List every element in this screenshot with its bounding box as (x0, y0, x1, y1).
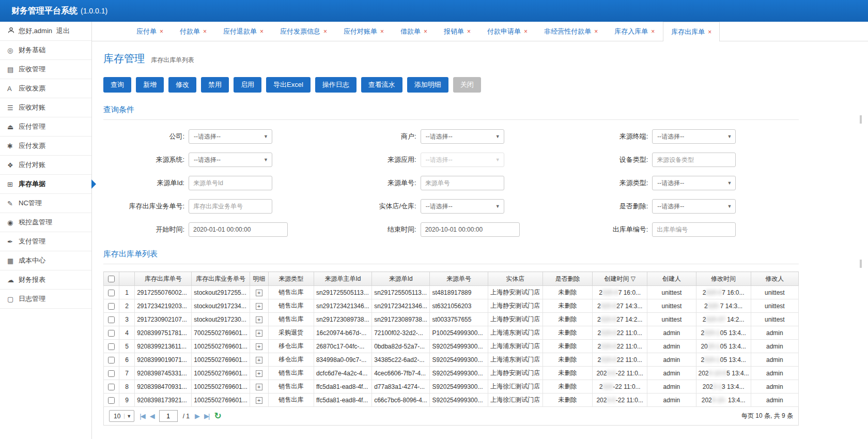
select-all-checkbox[interactable] (108, 276, 115, 282)
col-header-10[interactable]: 创建人 (647, 272, 696, 286)
company-select[interactable]: --请选择--▼ (189, 129, 272, 144)
enable-button[interactable]: 启用 (234, 77, 261, 93)
source-no-input[interactable] (421, 176, 504, 190)
col-header-9[interactable]: 创建时间 ▽ (593, 272, 647, 286)
merchant-select[interactable]: --请选择--▼ (421, 129, 504, 144)
sidebar-item-receivable-recon[interactable]: ☰应收对账 (0, 98, 91, 117)
row-checkbox[interactable] (108, 290, 115, 296)
close-icon[interactable]: × (424, 28, 427, 35)
row-checkbox[interactable] (108, 384, 115, 390)
table-row[interactable]: 12917255076002...stockout2917255...+销售出库… (104, 286, 799, 299)
end-time-input[interactable] (421, 222, 520, 237)
close-icon[interactable]: × (467, 28, 471, 35)
col-header-2[interactable]: 明细 (250, 272, 268, 286)
col-header-3[interactable]: 来源类型 (268, 272, 314, 286)
expand-icon[interactable]: + (256, 397, 262, 404)
edit-button[interactable]: 修改 (168, 77, 196, 93)
expand-icon[interactable]: + (256, 290, 262, 296)
table-row[interactable]: 32917230902107...stockout2917230...+销售出库… (104, 313, 799, 326)
expand-icon[interactable]: + (256, 384, 262, 390)
col-header-0[interactable]: 库存出库单号 (135, 272, 192, 286)
expand-icon[interactable]: + (256, 357, 262, 364)
col-header-1[interactable]: 库存出库业务单号 (192, 272, 250, 286)
tab-item-0[interactable]: 应付单× (128, 22, 172, 41)
first-page-button[interactable]: |◀ (140, 412, 144, 420)
add-button[interactable]: 新增 (136, 77, 164, 93)
table-row[interactable]: 79208398745331...10025502769601...+销售出库d… (104, 367, 799, 380)
close-icon[interactable]: × (708, 28, 711, 36)
tab-item-8[interactable]: 非经营性付款单× (536, 22, 606, 41)
logout-link[interactable]: 退出 (56, 26, 70, 36)
next-page-button[interactable]: ▶ (195, 412, 199, 420)
sidebar-item-log-mgmt[interactable]: ▢日志管理 (0, 290, 91, 309)
close-icon[interactable]: × (323, 28, 327, 35)
sidebar-item-receivable-mgmt[interactable]: ▤应收管理 (0, 60, 91, 79)
sidebar-item-cost-center[interactable]: ▦成本中心 (0, 251, 91, 270)
table-row[interactable]: 89208398470931...10025502769601...+销售出库f… (104, 380, 799, 393)
is-deleted-select[interactable]: --请选择--▼ (652, 199, 736, 214)
row-checkbox[interactable] (108, 357, 115, 364)
sidebar-item-tax-disk-mgmt[interactable]: ◉税控盘管理 (0, 213, 91, 232)
refresh-icon[interactable]: ↻ (214, 411, 221, 421)
sidebar-item-nc-mgmt[interactable]: ✎NC管理 (0, 194, 91, 213)
expand-icon[interactable]: + (256, 330, 262, 337)
source-system-select[interactable]: --请选择--▼ (189, 153, 272, 167)
expand-icon[interactable]: + (256, 343, 262, 350)
col-header-12[interactable]: 修改人 (751, 272, 798, 286)
prev-page-button[interactable]: ◀ (150, 412, 154, 420)
table-row[interactable]: 99208398173921...10025502769601...+销售出库f… (104, 393, 799, 407)
tab-item-2[interactable]: 应付退款单× (215, 22, 272, 41)
table-row[interactable]: 69208399019071...10025502769601...+移仓出库8… (104, 353, 799, 367)
expand-icon[interactable]: + (256, 303, 262, 310)
col-header-11[interactable]: 修改时间 (696, 272, 751, 286)
close-icon[interactable]: × (380, 28, 384, 35)
operation-log-button[interactable]: 操作日志 (315, 77, 357, 93)
store-warehouse-select[interactable]: --请选择--▼ (421, 199, 504, 214)
sidebar-item-finance-base[interactable]: ◎财务基础 (0, 41, 91, 60)
sidebar-item-finance-report[interactable]: ☁财务报表 (0, 270, 91, 290)
source-type-select[interactable]: --请选择--▼ (652, 176, 736, 190)
export-excel-button[interactable]: 导出Excel (266, 77, 311, 93)
view-flow-button[interactable]: 查看流水 (361, 77, 402, 93)
tab-item-3[interactable]: 应付发票信息× (272, 22, 335, 41)
expand-icon[interactable]: + (256, 370, 262, 377)
close-icon[interactable]: × (651, 28, 655, 35)
close-icon[interactable]: × (260, 28, 264, 35)
tab-item-10[interactable]: 库存出库单× (663, 22, 720, 41)
row-checkbox[interactable] (108, 343, 115, 350)
device-type-input[interactable] (652, 153, 736, 167)
close-icon[interactable]: × (594, 28, 598, 35)
col-header-4[interactable]: 来源单主单Id (314, 272, 371, 286)
row-checkbox[interactable] (108, 303, 115, 310)
biz-no-input[interactable] (189, 199, 272, 214)
row-checkbox[interactable] (108, 330, 115, 337)
close-icon[interactable]: × (524, 28, 528, 35)
col-header-5[interactable]: 来源单Id (372, 272, 430, 286)
disable-button[interactable]: 禁用 (201, 77, 229, 93)
tab-item-9[interactable]: 库存入库单× (606, 22, 663, 41)
col-header-6[interactable]: 来源单号 (430, 272, 488, 286)
source-id-input[interactable] (189, 176, 272, 190)
close-icon[interactable]: × (203, 28, 207, 35)
tab-item-4[interactable]: 应付对账单× (335, 22, 392, 41)
page-input[interactable] (159, 410, 178, 422)
table-row[interactable]: 22917234219203...stockout2917234...+销售出库… (104, 299, 799, 313)
close-icon[interactable]: × (160, 28, 163, 35)
tab-item-6[interactable]: 报销单× (436, 22, 479, 41)
add-detail-button[interactable]: 添加明细 (407, 77, 448, 93)
tab-item-7[interactable]: 付款申请单× (479, 22, 536, 41)
last-page-button[interactable]: ▶| (204, 412, 209, 420)
tab-item-1[interactable]: 付款单× (172, 22, 215, 41)
expand-icon[interactable]: + (256, 316, 262, 323)
sidebar-item-receivable-invoice[interactable]: A应收发票 (0, 79, 91, 98)
sidebar-item-payment-mgmt[interactable]: ✒支付管理 (0, 232, 91, 251)
col-header-8[interactable]: 是否删除 (542, 272, 592, 286)
col-header-7[interactable]: 实体店 (488, 272, 542, 286)
start-time-input[interactable] (189, 222, 288, 237)
sidebar-item-payable-recon[interactable]: ❖应付对账 (0, 156, 91, 175)
table-row[interactable]: 59208399213611...10025502769601...+移仓出库2… (104, 340, 799, 353)
source-terminal-select[interactable]: --请选择--▼ (652, 129, 736, 144)
sidebar-item-payable-invoice[interactable]: ✱应付发票 (0, 137, 91, 156)
outbound-no-input[interactable] (652, 222, 736, 237)
sidebar-item-inventory-docs[interactable]: ⊞库存单据 (0, 175, 91, 194)
